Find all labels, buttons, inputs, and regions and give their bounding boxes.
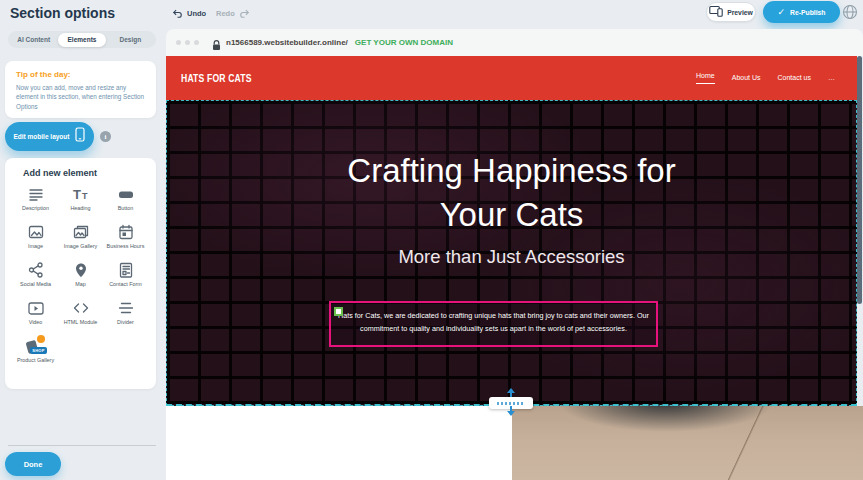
window-dots bbox=[176, 40, 199, 45]
video-icon bbox=[27, 299, 45, 317]
add-element-heading[interactable]: TT Heading bbox=[58, 185, 103, 220]
shop-badge: SHOP bbox=[30, 347, 46, 354]
image-gallery-icon bbox=[72, 223, 90, 241]
divider-icon bbox=[117, 299, 135, 317]
page-title: Section options bbox=[10, 5, 115, 21]
add-element-divider[interactable]: Divider bbox=[103, 299, 148, 334]
drag-dots bbox=[497, 402, 525, 405]
business-hours-icon bbox=[117, 223, 135, 241]
image-icon bbox=[27, 223, 45, 241]
add-element-button[interactable]: Button bbox=[103, 185, 148, 220]
add-element-title: Add new element bbox=[23, 168, 97, 178]
selected-text-element[interactable]: Hats for Cats, we are dedicated to craft… bbox=[329, 301, 658, 347]
nav-about-us[interactable]: About Us bbox=[732, 74, 761, 83]
undo-icon bbox=[172, 8, 183, 19]
add-element-description[interactable]: Description bbox=[13, 185, 58, 220]
tip-body: Now you can add, move and resize any ele… bbox=[16, 83, 145, 111]
add-element-image-gallery[interactable]: Image Gallery bbox=[58, 223, 103, 258]
redo-button[interactable]: Redo bbox=[216, 8, 250, 19]
tip-title: Tip of the day: bbox=[16, 70, 145, 79]
add-element-business-hours[interactable]: Business Hours bbox=[103, 223, 148, 258]
republish-button[interactable]: ✓ Re-Publish bbox=[763, 1, 840, 23]
site-logo[interactable]: HATS FOR CATS bbox=[181, 72, 252, 84]
check-icon: ✓ bbox=[777, 8, 785, 17]
add-new-element-panel: Add new element Description TT Heading B… bbox=[5, 158, 156, 389]
next-section-photo bbox=[512, 406, 863, 480]
tab-design[interactable]: Design bbox=[106, 33, 154, 47]
sidebar-tabs: AI Content Elements Design bbox=[8, 31, 156, 48]
nav-more-icon[interactable]: … bbox=[828, 74, 835, 83]
section-resize-handle[interactable] bbox=[489, 388, 533, 416]
add-element-contact-form[interactable]: Contact Form bbox=[103, 261, 148, 296]
undo-button[interactable]: Undo bbox=[172, 8, 206, 19]
svg-text:T: T bbox=[82, 191, 88, 201]
hero-heading[interactable]: Crafting Happiness for Your Cats bbox=[167, 149, 856, 237]
svg-text:T: T bbox=[73, 187, 81, 202]
contact-form-icon bbox=[117, 261, 135, 279]
hero-subheading[interactable]: More than Just Accessories bbox=[167, 246, 856, 268]
notification-badge bbox=[37, 335, 45, 343]
nav-home[interactable]: Home bbox=[696, 72, 715, 84]
tip-of-the-day-card: Tip of the day: Now you can add, move an… bbox=[5, 61, 156, 118]
scrollbar-thumb[interactable] bbox=[857, 56, 862, 304]
element-grid: Description TT Heading Button Image Imag… bbox=[13, 185, 148, 372]
product-gallery-icon: SHOP bbox=[25, 337, 47, 355]
add-element-social-media[interactable]: Social Media bbox=[13, 261, 58, 296]
text-lines-icon bbox=[27, 185, 45, 203]
heading-icon: TT bbox=[72, 185, 90, 203]
add-element-product-gallery[interactable]: SHOP Product Gallery bbox=[13, 337, 58, 372]
site-header: HATS FOR CATS Home About Us Contact us … bbox=[166, 56, 857, 100]
code-icon bbox=[72, 299, 90, 317]
sidebar-divider bbox=[8, 445, 156, 446]
site-url: n1566589.websitebuilder.online/ bbox=[226, 38, 348, 47]
add-element-image[interactable]: Image bbox=[13, 223, 58, 258]
map-pin-icon bbox=[72, 261, 90, 279]
tab-ai-content[interactable]: AI Content bbox=[10, 33, 58, 47]
add-element-map[interactable]: Map bbox=[58, 261, 103, 296]
lock-icon bbox=[212, 37, 221, 48]
site-nav: Home About Us Contact us … bbox=[696, 56, 835, 100]
button-icon bbox=[117, 185, 135, 203]
edit-mobile-layout-button[interactable]: Edit mobile layout bbox=[5, 122, 94, 151]
nav-contact-us[interactable]: Contact us bbox=[778, 74, 811, 83]
add-element-video[interactable]: Video bbox=[13, 299, 58, 334]
tab-elements[interactable]: Elements bbox=[58, 33, 106, 47]
phone-icon bbox=[75, 127, 85, 146]
redo-icon bbox=[239, 8, 250, 19]
hero-section[interactable]: Crafting Happiness for Your Cats More th… bbox=[166, 100, 857, 406]
done-button[interactable]: Done bbox=[5, 452, 61, 476]
get-domain-link[interactable]: GET YOUR OWN DOMAIN bbox=[355, 38, 453, 47]
devices-icon bbox=[709, 3, 723, 21]
next-section-background bbox=[166, 406, 512, 480]
preview-button[interactable]: Preview bbox=[706, 2, 756, 22]
add-element-html-module[interactable]: HTML Module bbox=[58, 299, 103, 334]
info-icon[interactable]: i bbox=[100, 131, 111, 142]
share-icon bbox=[27, 261, 45, 279]
browser-chrome: n1566589.websitebuilder.online/ GET YOUR… bbox=[166, 29, 863, 56]
language-globe-icon[interactable] bbox=[842, 4, 858, 20]
selection-handle[interactable] bbox=[334, 307, 343, 316]
arrow-down-icon bbox=[507, 411, 515, 416]
